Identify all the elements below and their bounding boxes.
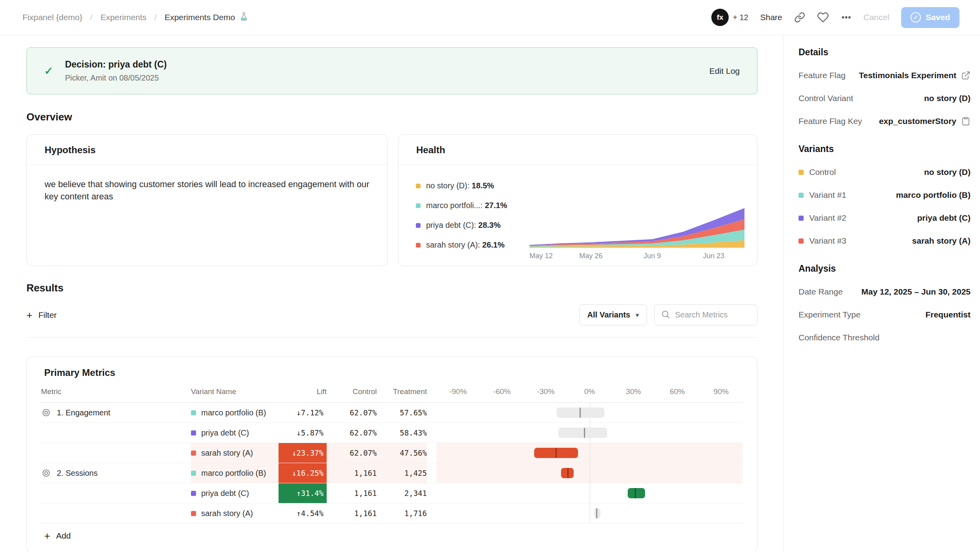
search-metrics-input[interactable] [675, 310, 751, 319]
link-icon[interactable] [794, 12, 805, 23]
search-icon [661, 310, 670, 321]
legend-color-swatch [416, 243, 421, 248]
ci-plot-cell [436, 443, 743, 463]
avatar[interactable]: fx [711, 9, 729, 26]
cancel-button[interactable]: Cancel [864, 13, 889, 22]
variant-cell: priya debt (C) [191, 423, 279, 443]
search-metrics-box [654, 304, 757, 325]
collaborator-count[interactable]: + 12 [733, 13, 748, 22]
health-card: Health no story (D): 18.5% marco portfol… [398, 134, 757, 266]
sidebar-row-confidence-threshold: Confidence Threshold [799, 332, 971, 344]
variant-cell: priya debt (C) [191, 483, 279, 503]
ci-mean-line [596, 508, 597, 518]
plus-icon: + [26, 310, 32, 320]
more-options-icon[interactable] [841, 12, 852, 23]
ci-mean-line [580, 407, 581, 418]
variant-color-swatch [191, 451, 196, 456]
table-row: sarah story (A) ↓23.37% 62.07% 47.56% [41, 443, 743, 463]
legend-item: marco portfoli...: 27.1% [416, 201, 529, 210]
variant-name: sarah story (A) [201, 449, 253, 458]
results-heading: Results [26, 282, 757, 294]
row-value: exp_customerStory [879, 116, 956, 126]
ci-plot-cell [436, 403, 743, 422]
details-sidebar: Details Feature Flag Testimonials Experi… [783, 35, 980, 552]
divider [26, 337, 757, 338]
variant-color-swatch [191, 410, 196, 415]
variants-dropdown[interactable]: All Variants ▾ [579, 304, 647, 325]
metric-cell [41, 503, 191, 523]
x-axis-label: May 26 [579, 252, 602, 260]
row-label: Date Range [799, 287, 843, 297]
metric-cell [41, 443, 191, 463]
control-cell: 1,161 [327, 483, 377, 503]
row-value: marco portfolio (B) [896, 190, 971, 200]
sidebar-row-control-variant: Control Variant no story (D) [799, 92, 971, 104]
variant-cell: sarah story (A) [191, 443, 279, 463]
decision-subtitle: Picker, Amit on 08/05/2025 [65, 73, 167, 83]
breadcrumb-experiments[interactable]: Experiments [101, 13, 147, 22]
legend-value: 28.3% [478, 221, 501, 229]
ci-mean-line [584, 428, 585, 438]
legend-text: no story (D): 18.5% [426, 181, 494, 190]
saved-check-icon: ✓ [911, 12, 921, 23]
share-button[interactable]: Share [760, 13, 782, 22]
treatment-cell: 58.43% [377, 423, 427, 443]
legend-value: 26.1% [482, 240, 505, 249]
ci-plot-cell [436, 463, 743, 483]
treatment-cell: 2,341 [377, 483, 427, 503]
legend-color-swatch [416, 223, 421, 228]
row-label: Feature Flag [799, 71, 845, 80]
metric-cell: 2. Sessions [41, 463, 191, 483]
legend-item: priya debt (C): 28.3% [416, 221, 529, 230]
legend-item: no story (D): 18.5% [416, 181, 529, 190]
target-icon [42, 469, 50, 477]
col-treatment: Treatment [377, 381, 427, 402]
treatment-cell: 57.65% [377, 403, 427, 422]
legend-text: marco portfoli...: 27.1% [426, 201, 507, 210]
treatment-cell: 47.56% [377, 443, 427, 463]
axis-tick: 30% [626, 387, 641, 396]
variant-color-swatch [799, 193, 804, 198]
page-title: Experiments Demo [165, 13, 235, 22]
legend-value: 18.5% [472, 181, 494, 190]
table-row: 2. Sessions marco portfolio (B) ↓16.25% … [41, 463, 743, 483]
treatment-cell: 1,425 [377, 463, 427, 483]
saved-button[interactable]: ✓ Saved [901, 7, 959, 28]
decision-banner-text: Decision: priya debt (C) Picker, Amit on… [65, 59, 167, 83]
row-value: sarah story (A) [912, 236, 971, 246]
row-label: Control Variant [799, 94, 853, 103]
breadcrumb-separator: / [154, 13, 157, 22]
row-label: Control [809, 167, 836, 177]
row-value: May 12, 2025 – Jun 30, 2025 [861, 287, 971, 297]
filter-button[interactable]: + Filter [26, 310, 57, 320]
edit-log-button[interactable]: Edit Log [709, 66, 740, 76]
axis-tick: 60% [670, 387, 685, 396]
variant-cell: marco portfolio (B) [191, 403, 279, 422]
sidebar-row-variant: Variant #3 sarah story (A) [799, 235, 971, 247]
legend-color-swatch [416, 203, 421, 208]
row-label: Experiment Type [799, 310, 860, 319]
breadcrumb-workspace[interactable]: Fixpanel {demo} [22, 13, 82, 22]
external-link-icon[interactable] [961, 71, 971, 80]
ci-axis: -90% -60% -30% 0% 30% 60% 90% [436, 381, 743, 402]
clipboard-icon[interactable] [961, 116, 971, 126]
axis-tick: -30% [537, 387, 554, 396]
decision-banner: ✓ Decision: priya debt (C) Picker, Amit … [26, 47, 757, 94]
favorite-heart-icon[interactable] [817, 11, 829, 23]
variant-cell: sarah story (A) [191, 503, 279, 523]
control-cell: 62.07% [327, 443, 377, 463]
analysis-heading: Analysis [799, 263, 971, 274]
sidebar-row-date-range: Date Range May 12, 2025 – Jun 30, 2025 [799, 286, 971, 298]
variants-heading: Variants [799, 144, 971, 154]
metrics-table-body: 1. Engagement marco portfolio (B) ↓7.12%… [41, 403, 743, 524]
breadcrumb-separator: / [90, 13, 93, 22]
ci-bar [628, 488, 645, 498]
health-body: no story (D): 18.5% marco portfoli...: 2… [398, 165, 757, 266]
results-controls: + Filter All Variants ▾ [26, 304, 757, 325]
row-value: no story (D) [924, 94, 971, 103]
primary-metrics-card: Primary Metrics Metric Variant Name Lift… [26, 356, 757, 552]
top-bar: Fixpanel {demo} / Experiments / Experime… [0, 0, 980, 35]
add-metric-button[interactable]: + Add [44, 531, 71, 541]
row-label: Confidence Threshold [799, 333, 879, 342]
legend-label: marco portfoli...: [426, 201, 485, 210]
